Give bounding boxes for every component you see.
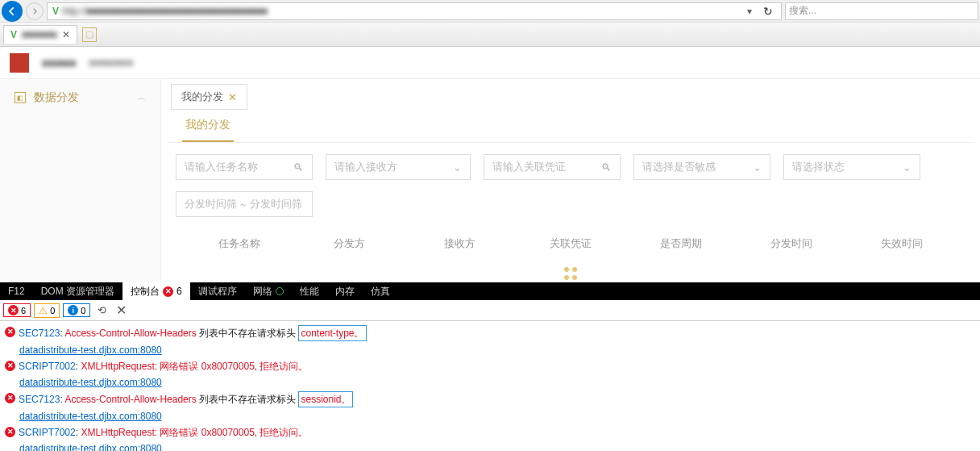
console-row: datadistribute-test.djbx.com:8080 (5, 408, 975, 424)
placeholder-text: 请选择状态 (792, 160, 845, 174)
count: 0 (50, 306, 55, 315)
tab-title: ■■■■■■ (22, 29, 57, 40)
placeholder-text: 请输入接收方 (334, 160, 397, 174)
col-receiver: 接收方 (405, 236, 515, 251)
info-filter-button[interactable]: i0 (63, 303, 90, 317)
source-link[interactable]: datadistribute-test.djbx.com:8080 (19, 443, 162, 451)
devtools-tab-network[interactable]: 网络 (245, 282, 292, 300)
chevron-down-icon: ⌄ (753, 161, 762, 173)
filter-row-2: 分发时间筛 ~ 分发时间筛 (168, 191, 974, 228)
section-tabs: 我的分发 (168, 110, 974, 143)
placeholder-text: 请输入关联凭证 (492, 160, 566, 174)
console-output: ✕SEC7123: Access-Control-Allow-Headers 列… (0, 321, 980, 451)
sensitive-select[interactable]: 请选择是否敏感 ⌄ (633, 154, 770, 180)
chevron-down-icon: ⌄ (903, 161, 911, 173)
main-area: ◧ 数据分发 ︿ 我的分发 ✕ 我的分发 请输入任务名称 🔍︎ 请输入接收方 ⌄ (0, 79, 980, 282)
devtools-tab-dom[interactable]: DOM 资源管理器 (33, 282, 122, 300)
range-to: 分发时间筛 (250, 197, 302, 211)
task-name-input[interactable]: 请输入任务名称 🔍︎ (176, 154, 313, 180)
console-row: ✕SEC7123: Access-Control-Allow-Headers 列… (5, 324, 975, 342)
placeholder-text: 请输入任务名称 (185, 160, 258, 174)
console-row: ✕SCRIPT7002: XMLHttpRequest: 网络错误 0x8007… (5, 358, 975, 374)
warning-icon: ⚠ (39, 305, 48, 316)
devtools-tab-emulation[interactable]: 仿真 (363, 282, 398, 300)
tab-label: 控制台 (131, 285, 160, 299)
col-distribute-time: 分发时间 (737, 236, 847, 251)
site-favicon-icon: V (52, 6, 59, 17)
error-icon: ✕ (5, 427, 15, 437)
app-logo-icon (10, 53, 29, 73)
sidebar: ◧ 数据分发 ︿ (0, 79, 161, 282)
range-from: 分发时间筛 (185, 197, 237, 211)
source-link[interactable]: datadistribute-test.djbx.com:8080 (19, 377, 162, 388)
source-link[interactable]: datadistribute-test.djbx.com:8080 (19, 345, 162, 356)
devtools-tab-console[interactable]: 控制台 ✕6 (122, 282, 190, 300)
close-icon[interactable]: ✕ (228, 91, 237, 103)
browser-search-input[interactable]: 搜索... (785, 2, 978, 20)
tab-close-button[interactable]: ✕ (62, 29, 70, 40)
error-icon: ✕ (8, 305, 19, 315)
range-sep: ~ (240, 198, 247, 211)
url-text: http://■■■■■■■■■■■■■■■■■■■■■■■■■■■■■■■ (62, 6, 741, 17)
search-icon: 🔍︎ (601, 161, 612, 173)
close-devtools-button[interactable]: ✕ (113, 303, 129, 319)
filter-row: 请输入任务名称 🔍︎ 请输入接收方 ⌄ 请输入关联凭证 🔍︎ 请选择是否敏感 ⌄… (168, 143, 974, 191)
col-voucher: 关联凭证 (515, 236, 625, 251)
error-icon: ✕ (5, 361, 15, 371)
browser-tab-bar: V ■■■■■■ ✕ ▢ (0, 23, 980, 47)
back-button[interactable] (2, 1, 23, 22)
voucher-input[interactable]: 请输入关联凭证 🔍︎ (484, 154, 621, 180)
record-icon (276, 287, 284, 295)
forward-button[interactable] (26, 2, 44, 20)
error-code: SEC7123 (19, 328, 60, 339)
tab-favicon-icon: V (10, 29, 17, 40)
date-range-input[interactable]: 分发时间筛 ~ 分发时间筛 (176, 191, 313, 217)
warning-filter-button[interactable]: ⚠0 (34, 303, 60, 318)
error-filter-button[interactable]: ✕6 (3, 303, 31, 317)
browser-nav-bar: V http://■■■■■■■■■■■■■■■■■■■■■■■■■■■■■■■… (0, 0, 980, 23)
console-row: datadistribute-test.djbx.com:8080 (5, 342, 975, 358)
highlighted-header: sessionid。 (298, 391, 353, 407)
chevron-down-icon: ⌄ (453, 161, 462, 173)
content-tab-my-distribute[interactable]: 我的分发 ✕ (171, 84, 247, 110)
content-tabs: 我的分发 ✕ (168, 79, 974, 110)
error-code: SCRIPT7002 (19, 427, 76, 438)
url-dropdown-icon[interactable]: ▾ (744, 6, 755, 17)
receiver-select[interactable]: 请输入接收方 ⌄ (326, 154, 471, 180)
page-header: ■■■■■ ■■■■■■■ (0, 47, 980, 79)
console-row: datadistribute-test.djbx.com:8080 (5, 374, 975, 390)
content-tab-label: 我的分发 (181, 90, 223, 104)
highlighted-header: content-type。 (298, 325, 366, 341)
console-row: datadistribute-test.djbx.com:8080 (5, 441, 975, 451)
clear-console-button[interactable]: ⟲ (93, 303, 110, 319)
browser-tab[interactable]: V ■■■■■■ ✕ (3, 25, 77, 44)
distribute-icon: ◧ (15, 92, 26, 103)
info-icon: i (68, 305, 78, 315)
error-count: 6 (176, 286, 182, 297)
devtools-tab-memory[interactable]: 内存 (327, 282, 363, 300)
source-link[interactable]: datadistribute-test.djbx.com:8080 (19, 411, 162, 422)
devtools-tab-performance[interactable]: 性能 (292, 282, 327, 300)
error-code: SEC7123 (19, 394, 60, 405)
refresh-button[interactable]: ↻ (758, 5, 778, 18)
col-expire-time: 失效时间 (847, 236, 957, 251)
placeholder-text: 请选择是否敏感 (642, 160, 716, 174)
section-tab-my-distribute[interactable]: 我的分发 (182, 118, 234, 142)
search-icon: 🔍︎ (293, 161, 304, 173)
error-icon: ✕ (5, 393, 15, 403)
col-periodic: 是否周期 (626, 236, 737, 251)
address-bar[interactable]: V http://■■■■■■■■■■■■■■■■■■■■■■■■■■■■■■■… (47, 2, 782, 20)
console-row: ✕SCRIPT7002: XMLHttpRequest: 网络错误 0x8007… (5, 424, 975, 441)
sidebar-item-data-distribute[interactable]: ◧ 数据分发 ︿ (0, 79, 160, 116)
table-header: 任务名称 分发方 接收方 关联凭证 是否周期 分发时间 失效时间 (168, 228, 974, 259)
devtools-tab-debugger[interactable]: 调试程序 (190, 282, 245, 300)
count: 0 (81, 306, 85, 315)
f12-label: F12 (0, 282, 33, 300)
console-row: ✕SEC7123: Access-Control-Allow-Headers 列… (5, 390, 975, 408)
new-tab-button[interactable]: ▢ (82, 27, 97, 42)
status-select[interactable]: 请选择状态 ⌄ (783, 154, 920, 180)
app-subtitle: ■■■■■■■ (89, 56, 133, 69)
error-badge-icon: ✕ (163, 286, 173, 297)
error-code: SCRIPT7002 (19, 361, 76, 372)
error-icon: ✕ (5, 327, 15, 337)
